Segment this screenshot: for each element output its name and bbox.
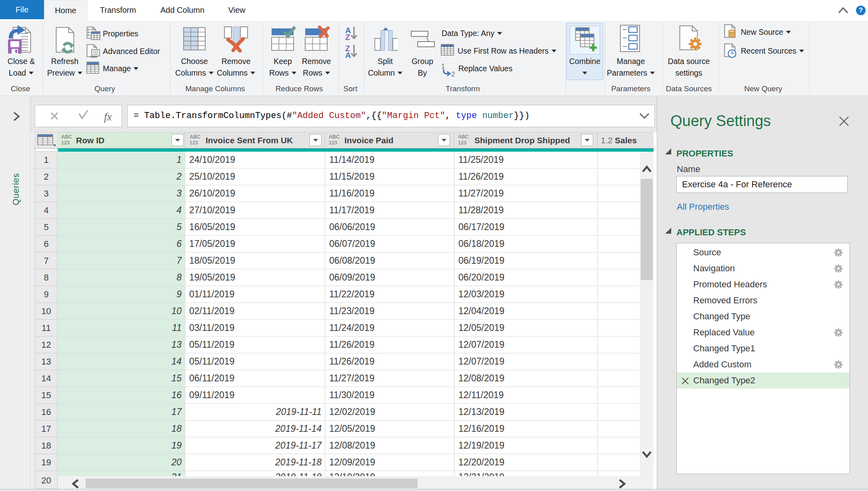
svg-text:Z: Z (345, 33, 350, 42)
svg-text:fx: fx (104, 111, 112, 123)
svg-text:1: 1 (441, 62, 445, 70)
svg-text:2: 2 (451, 70, 455, 77)
